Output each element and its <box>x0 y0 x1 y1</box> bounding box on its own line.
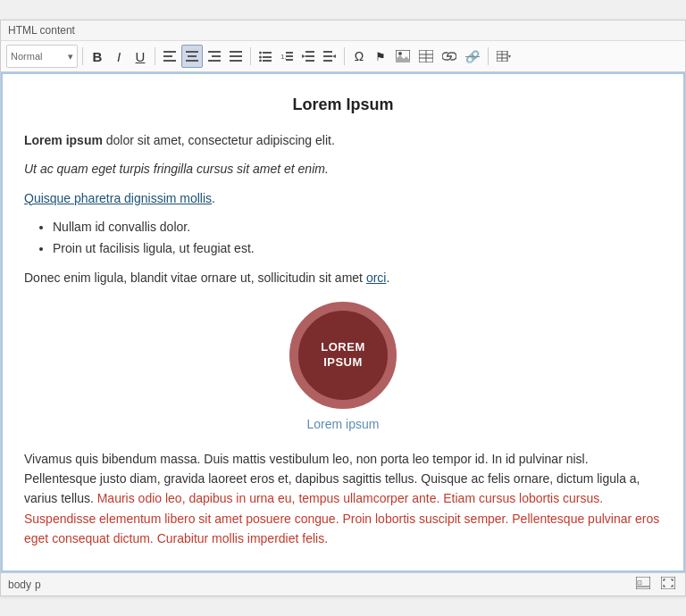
style-arrow: ▾ <box>68 51 73 62</box>
svg-rect-28 <box>323 55 332 57</box>
align-right-button[interactable] <box>205 45 224 68</box>
image-figure: LOREM IPSUM Lorem ipsum <box>24 302 662 434</box>
para1-rest: dolor sit amet, consectetur adipiscing e… <box>103 133 335 147</box>
svg-rect-22 <box>305 51 314 53</box>
svg-point-31 <box>398 52 402 55</box>
svg-rect-19 <box>286 52 293 54</box>
status-path: body p <box>8 579 41 591</box>
editor-content[interactable]: Lorem Ipsum Lorem ipsum dolor sit amet, … <box>1 72 685 572</box>
style-label: Normal <box>11 51 42 62</box>
link-1[interactable]: Quisque pharetra dignissim mollis <box>24 191 212 205</box>
fullscreen-button[interactable] <box>658 576 678 593</box>
para3-link[interactable]: orci <box>366 271 387 285</box>
svg-marker-23 <box>302 54 305 58</box>
svg-rect-25 <box>305 60 314 62</box>
paragraph-2: Ut ac quam eget turpis fringilla cursus … <box>24 159 662 179</box>
source-view-button[interactable]: ⊡ <box>633 576 653 593</box>
svg-rect-17 <box>263 60 272 62</box>
list-item-2: Proin ut facilisis ligula, ut feugiat es… <box>53 238 662 258</box>
toolbar: Normal ▾ B I U <box>1 41 685 72</box>
para3-after: . <box>386 271 389 285</box>
italic-button[interactable]: I <box>109 45 129 68</box>
list-item-1: Nullam id convallis dolor. <box>53 217 662 237</box>
statusbar: body p ⊡ <box>1 572 685 595</box>
align-center-button[interactable] <box>181 45 203 68</box>
image-button[interactable] <box>392 45 414 68</box>
circle-text: LOREM IPSUM <box>321 340 364 370</box>
link-button[interactable] <box>439 45 460 68</box>
flag-button[interactable]: ⚑ <box>371 45 390 68</box>
justify-button[interactable] <box>226 45 246 68</box>
divider-1 <box>82 47 83 65</box>
increase-indent-button[interactable] <box>320 45 339 68</box>
paragraph-bottom: Vivamus quis bibendum massa. Duis mattis… <box>24 449 662 549</box>
para-bottom-highlight: Mauris odio leo, dapibus in urna eu, tem… <box>24 491 659 545</box>
svg-point-14 <box>259 56 262 59</box>
svg-rect-11 <box>230 60 242 62</box>
svg-rect-15 <box>263 56 272 58</box>
bullet-list-button[interactable] <box>255 45 275 68</box>
divider-4 <box>344 47 345 65</box>
lorem-circle: LOREM IPSUM <box>289 302 397 409</box>
numbered-list-button[interactable]: 1. <box>277 45 297 68</box>
svg-rect-24 <box>305 55 314 57</box>
image-caption: Lorem ipsum <box>307 414 380 434</box>
paragraph-link: Quisque pharetra dignissim mollis. <box>24 188 662 208</box>
divider-5 <box>488 47 489 65</box>
underline-button[interactable]: U <box>130 45 150 68</box>
svg-rect-5 <box>186 60 198 62</box>
para3-before: Donec enim ligula, blandit vitae ornare … <box>24 271 366 285</box>
special-char-button[interactable]: Ω <box>349 45 369 68</box>
decrease-indent-button[interactable] <box>298 45 318 68</box>
content-title: Lorem Ipsum <box>24 92 662 118</box>
divider-2 <box>155 47 155 65</box>
table-button[interactable] <box>415 45 437 68</box>
svg-rect-2 <box>163 60 176 62</box>
editor-wrapper: HTML content Normal ▾ B I U <box>0 20 686 596</box>
svg-point-16 <box>259 60 262 62</box>
svg-rect-46 <box>661 577 675 589</box>
svg-rect-8 <box>208 60 221 62</box>
status-body: body <box>8 579 31 591</box>
divider-3 <box>250 47 251 65</box>
svg-rect-1 <box>163 55 172 57</box>
svg-rect-9 <box>230 51 242 53</box>
svg-rect-21 <box>286 59 293 61</box>
svg-rect-6 <box>208 51 221 53</box>
svg-rect-20 <box>286 55 293 57</box>
table-dropdown-button[interactable] <box>493 45 514 68</box>
svg-text:⊡: ⊡ <box>637 579 642 586</box>
svg-rect-29 <box>323 60 332 62</box>
status-p: p <box>35 579 41 591</box>
svg-marker-42 <box>508 55 511 58</box>
bullet-list: Nullam id convallis dolor. Proin ut faci… <box>53 217 662 259</box>
svg-rect-26 <box>323 51 332 53</box>
svg-marker-27 <box>332 54 336 58</box>
svg-rect-3 <box>186 51 198 53</box>
paragraph-1: Lorem ipsum dolor sit amet, consectetur … <box>24 130 662 150</box>
svg-rect-4 <box>188 55 197 57</box>
bold-text: Lorem ipsum <box>24 133 103 147</box>
bold-button[interactable]: B <box>88 45 107 68</box>
svg-rect-13 <box>263 52 272 54</box>
statusbar-icons: ⊡ <box>633 576 678 593</box>
svg-rect-7 <box>212 55 221 57</box>
unlink-button[interactable]: 🔗 <box>462 45 483 68</box>
svg-rect-0 <box>163 51 176 53</box>
svg-text:1.: 1. <box>280 53 287 61</box>
style-selector[interactable]: Normal ▾ <box>6 45 78 68</box>
editor-label: HTML content <box>1 21 685 41</box>
align-left-button[interactable] <box>160 45 180 68</box>
svg-rect-10 <box>230 55 242 57</box>
svg-marker-32 <box>396 55 410 62</box>
svg-point-12 <box>259 52 262 54</box>
paragraph-3: Donec enim ligula, blandit vitae ornare … <box>24 268 662 287</box>
